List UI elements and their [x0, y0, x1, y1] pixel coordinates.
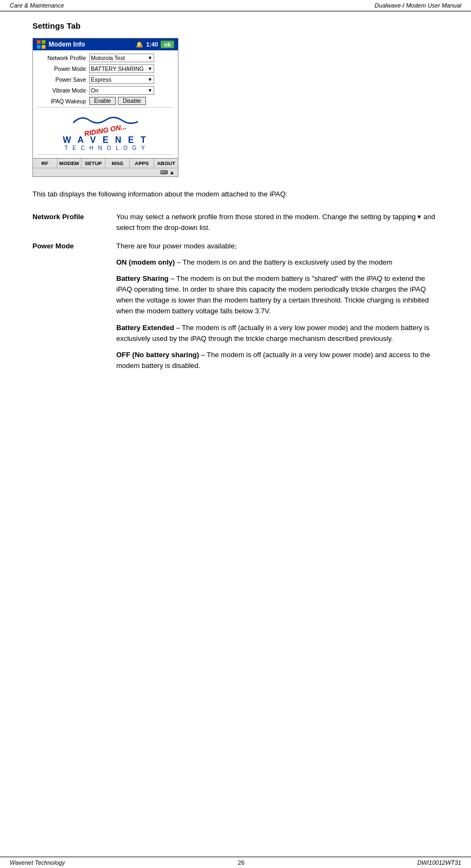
power-save-arrow-icon: ▼ [148, 77, 152, 82]
glossary-row-power-mode: Power Mode There are four power modes av… [32, 241, 439, 379]
def-network-profile: You may select a network profile from th… [116, 212, 439, 241]
bold-on: ON (modem only) [116, 258, 175, 266]
titlebar-left: Modem Info [37, 40, 85, 49]
network-profile-label: Network Profile [37, 55, 86, 61]
technology-text: T E C H N O L O G Y [64, 145, 146, 151]
power-mode-row: Power Mode BATTERY SHARING ▼ [37, 64, 174, 73]
windows-logo-icon [37, 40, 45, 49]
def-power-mode: There are four power modes available; ON… [116, 241, 439, 379]
page-header: Care & Maintenance Dualwave-I Modem User… [0, 0, 471, 11]
device-form-body: Network Profile Motorola Test ▼ Power Mo… [33, 50, 178, 158]
power-save-row: Power Save Express ▼ [37, 75, 174, 84]
keyboard-bar: ⌨ ▲ [33, 168, 178, 176]
power-save-select[interactable]: Express ▼ [89, 75, 154, 84]
main-content: Settings Tab Modem Info 🔔 1:40 ok [0, 11, 471, 411]
bold-battery-extended: Battery Extended [116, 324, 174, 332]
ipaq-wakeup-row: IPAQ Wakeup Enable Disable [37, 97, 174, 105]
logo-area: RIDING ON... W A V E N E T T E C H N O L… [37, 107, 174, 155]
device-titlebar: Modem Info 🔔 1:40 ok [33, 38, 178, 50]
footer-right-text: DWI10012WT31 [417, 859, 461, 866]
vibrate-mode-row: Vibrate Mode On ▼ [37, 86, 174, 95]
network-profile-arrow-icon: ▼ [148, 55, 152, 61]
vibrate-mode-arrow-icon: ▼ [148, 88, 152, 93]
intro-text: This tab displays the following informat… [32, 189, 439, 200]
keyboard-icon: ⌨ ▲ [160, 169, 175, 175]
device-screenshot: Modem Info 🔔 1:40 ok Network Profile Mot… [32, 38, 178, 177]
ok-button[interactable]: ok [161, 41, 174, 48]
page-footer: Wavenet Technology 26 DWI10012WT31 [0, 857, 471, 868]
def-para: You may select a network profile from th… [116, 212, 439, 233]
svg-rect-1 [42, 40, 45, 44]
navbar-item-rf[interactable]: RF [33, 159, 57, 168]
term-power-mode: Power Mode [32, 241, 116, 379]
power-mode-label: Power Mode [37, 65, 86, 72]
svg-rect-3 [42, 45, 45, 49]
ipaq-wakeup-label: IPAQ Wakeup [37, 98, 86, 104]
ipaq-wakeup-buttons: Enable Disable [89, 97, 146, 105]
speaker-icon: 🔔 [136, 41, 143, 48]
power-save-label: Power Save [37, 76, 86, 83]
navbar-item-msg[interactable]: MSG [105, 159, 130, 168]
def-para-off: OFF (No battery sharing) – The modem is … [116, 350, 439, 371]
power-mode-value: BATTERY SHARING [91, 65, 144, 72]
titlebar-right: 🔔 1:40 ok [136, 41, 174, 48]
def-para-intro: There are four power modes available; [116, 241, 439, 252]
def-para-battery-sharing: Battery Sharing – The modem is on but th… [116, 273, 439, 317]
wavenet-logo-text: W A V E N E T [63, 135, 148, 145]
app-name: Modem Info [49, 41, 85, 48]
disable-button[interactable]: Disable [118, 97, 145, 105]
glossary-table: Network Profile You may select a network… [32, 212, 439, 379]
term-network-profile: Network Profile [32, 212, 116, 241]
power-mode-arrow-icon: ▼ [148, 66, 152, 71]
def-para-battery-extended: Battery Extended – The modem is off (act… [116, 323, 439, 344]
network-profile-select[interactable]: Motorola Test ▼ [89, 54, 154, 62]
navbar-item-apps[interactable]: APPS [130, 159, 154, 168]
footer-page-number: 26 [238, 859, 244, 866]
bold-battery-sharing: Battery Sharing [116, 274, 169, 282]
network-profile-row: Network Profile Motorola Test ▼ [37, 54, 174, 62]
vibrate-mode-label: Vibrate Mode [37, 87, 86, 94]
header-right-text: Dualwave-I Modem User Manual [375, 2, 461, 9]
footer-left-text: Wavenet Technology [10, 859, 65, 866]
svg-rect-2 [37, 45, 41, 49]
header-left-text: Care & Maintenance [10, 2, 64, 9]
vibrate-mode-value: On [91, 87, 98, 94]
vibrate-mode-select[interactable]: On ▼ [89, 86, 154, 95]
enable-button[interactable]: Enable [89, 97, 116, 105]
network-profile-value: Motorola Test [91, 55, 125, 61]
section-title: Settings Tab [32, 21, 439, 30]
navbar-item-about[interactable]: ABOUT [154, 159, 178, 168]
bold-off: OFF (No battery sharing) [116, 351, 199, 359]
svg-rect-0 [37, 40, 41, 44]
glossary-row-network-profile: Network Profile You may select a network… [32, 212, 439, 241]
device-navbar: RF MODEM SETUP MSG APPS ABOUT [33, 158, 178, 168]
power-mode-select[interactable]: BATTERY SHARING ▼ [89, 64, 154, 73]
def-para-on: ON (modem only) – The modem is on and th… [116, 257, 439, 268]
navbar-item-setup[interactable]: SETUP [82, 159, 106, 168]
power-save-value: Express [91, 76, 111, 83]
navbar-item-modem[interactable]: MODEM [57, 159, 82, 168]
time-display: 1:40 [146, 41, 158, 48]
